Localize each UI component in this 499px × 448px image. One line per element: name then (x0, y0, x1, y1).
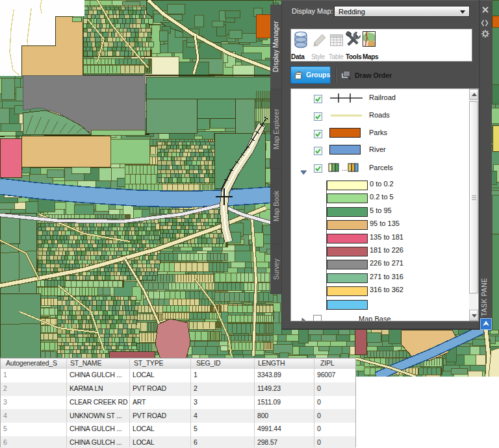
svg-text:...: ... (342, 165, 347, 172)
